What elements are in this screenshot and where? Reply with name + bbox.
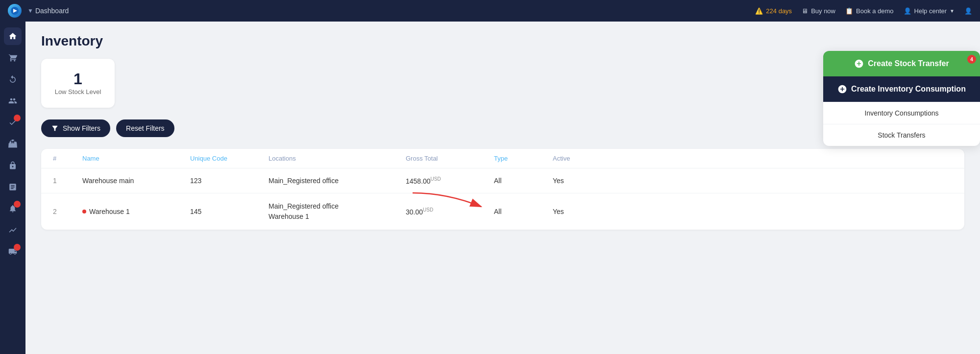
- row-1-type: All: [494, 177, 553, 185]
- calendar-icon: 📋: [845, 7, 853, 15]
- sidebar-item-notifications[interactable]: [4, 200, 22, 217]
- main-content: Inventory 1 Low Stock Level Show Filters…: [25, 22, 980, 354]
- sidebar-item-tasks[interactable]: [4, 114, 22, 131]
- buy-now-button[interactable]: 🖥 Buy now: [802, 7, 835, 15]
- row-1-active: Yes: [553, 177, 602, 185]
- col-name[interactable]: Name: [82, 155, 190, 162]
- row-2-name: Warehouse 1: [82, 208, 190, 215]
- help-center-button[interactable]: 👤 Help center ▼: [904, 7, 955, 15]
- dashboard-nav[interactable]: ▼ Dashboard: [27, 7, 749, 15]
- row-1-code: 123: [190, 177, 269, 185]
- status-dot: [82, 210, 86, 213]
- row-2-type: All: [494, 208, 553, 215]
- right-panel: Create Stock Transfer 4 Create Inventory…: [823, 51, 980, 146]
- sidebar: [0, 22, 25, 354]
- buy-icon: 🖥: [802, 7, 808, 15]
- col-type[interactable]: Type: [494, 155, 553, 162]
- page-title: Inventory: [41, 33, 964, 49]
- plus-circle-icon-2: [837, 84, 847, 94]
- sidebar-item-customers[interactable]: [4, 92, 22, 110]
- row-2-locations: Main_Registered officeWarehouse 1: [269, 201, 406, 222]
- table-header: # Name Unique Code Locations Gross Total…: [41, 149, 964, 168]
- filter-icon: [51, 124, 59, 132]
- create-inventory-consumption-button[interactable]: Create Inventory Consumption: [823, 76, 980, 102]
- inventory-table: # Name Unique Code Locations Gross Total…: [41, 149, 964, 230]
- row-1-gross: 1458.00USD: [406, 176, 494, 185]
- low-stock-label: Low Stock Level: [55, 88, 101, 96]
- deliveries-badge: [14, 244, 21, 251]
- topnav-right: ⚠️ 224 days 🖥 Buy now 📋 Book a demo 👤 He…: [755, 7, 972, 15]
- sidebar-item-lock[interactable]: [4, 157, 22, 174]
- low-stock-count: 1: [74, 70, 82, 88]
- help-icon: 👤: [904, 7, 911, 15]
- sidebar-item-orders[interactable]: [4, 49, 22, 67]
- book-demo-button[interactable]: 📋 Book a demo: [845, 7, 894, 15]
- row-1-name: Warehouse main: [82, 177, 190, 185]
- warning-icon: ⚠️: [755, 7, 763, 15]
- plus-circle-icon: [854, 59, 864, 69]
- sidebar-item-inventory[interactable]: [4, 135, 22, 153]
- stock-transfers-link[interactable]: Stock Transfers: [823, 124, 980, 146]
- row-2-active: Yes: [553, 208, 602, 215]
- sidebar-item-returns[interactable]: [4, 71, 22, 88]
- reset-filters-button[interactable]: Reset Filters: [116, 119, 174, 137]
- table-row[interactable]: 2 Warehouse 1 145 Main_Registered office…: [41, 193, 964, 230]
- col-active: Active: [553, 155, 602, 162]
- col-unique-code[interactable]: Unique Code: [190, 155, 269, 162]
- sidebar-item-analytics[interactable]: [4, 221, 22, 239]
- col-locations: Locations: [269, 155, 406, 162]
- top-navigation: ▼ Dashboard ⚠️ 224 days 🖥 Buy now 📋 Book…: [0, 0, 980, 22]
- row-2-code: 145: [190, 208, 269, 215]
- show-filters-button[interactable]: Show Filters: [41, 119, 110, 137]
- warning-days[interactable]: ⚠️ 224 days: [755, 7, 792, 15]
- sidebar-item-reports[interactable]: [4, 178, 22, 196]
- row-2-gross: 30.00USD: [406, 207, 494, 216]
- user-avatar[interactable]: 👤: [964, 7, 972, 15]
- dashboard-label: Dashboard: [35, 7, 69, 15]
- table-row[interactable]: 1 Warehouse main 123 Main_Registered off…: [41, 168, 964, 193]
- low-stock-card[interactable]: 1 Low Stock Level: [41, 59, 115, 108]
- create-stock-transfer-button[interactable]: Create Stock Transfer 4: [823, 51, 980, 76]
- sidebar-item-home[interactable]: [4, 27, 22, 45]
- logo[interactable]: [8, 4, 22, 18]
- row-1-locations: Main_Registered office: [269, 177, 406, 185]
- transfer-badge: 4: [967, 55, 976, 64]
- col-gross-total: Gross Total: [406, 155, 494, 162]
- inventory-consumptions-link[interactable]: Inventory Consumptions: [823, 102, 980, 124]
- sidebar-item-deliveries[interactable]: [4, 243, 22, 260]
- col-num: #: [53, 155, 82, 162]
- row-1-num: 1: [53, 177, 82, 185]
- tasks-badge: [14, 115, 21, 121]
- notifications-badge: [14, 201, 21, 208]
- row-2-num: 2: [53, 208, 82, 215]
- main-layout: Inventory 1 Low Stock Level Show Filters…: [0, 22, 980, 354]
- user-icon: 👤: [964, 7, 972, 15]
